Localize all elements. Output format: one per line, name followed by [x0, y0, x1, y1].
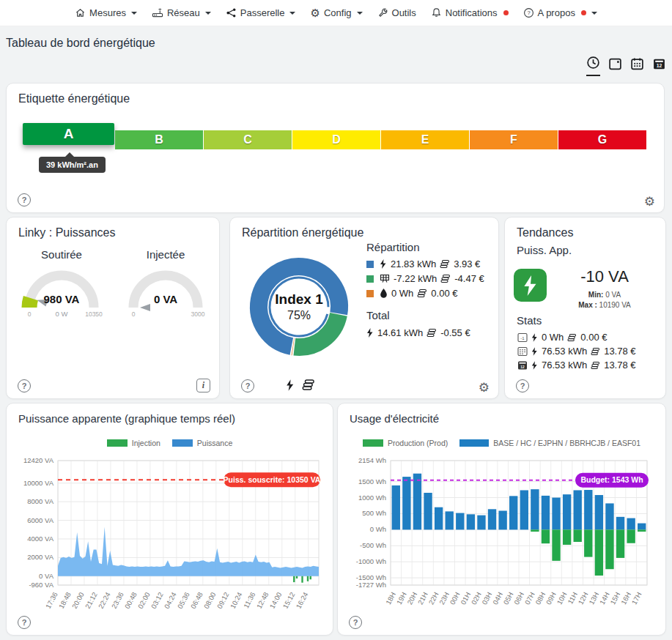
- legend-production[interactable]: Production (Prod): [363, 439, 448, 447]
- bolt-toggle-icon[interactable]: [286, 379, 295, 391]
- electricity-usage-chart[interactable]: 2154 Wh1500 Wh1000 Wh500 Wh0 Wh-500 Wh-1…: [339, 450, 665, 630]
- svg-text:0 VA: 0 VA: [39, 572, 54, 580]
- caret-icon: [131, 12, 137, 15]
- navbar: Mesures Réseau Passerelle ⚙ Config Outil…: [0, 0, 672, 26]
- energy-class-row: B C D E F G: [115, 130, 646, 149]
- info-button[interactable]: i: [196, 379, 210, 392]
- nav-notifications[interactable]: Notifications: [431, 7, 509, 18]
- chart-title: Puissance apparente (graphique temps rée…: [18, 412, 235, 425]
- svg-text:2154 Wh: 2154 Wh: [358, 456, 386, 464]
- svg-text:15:12: 15:12: [281, 591, 297, 610]
- month-calendar-icon: [630, 57, 644, 71]
- energy-class-g: G: [558, 130, 646, 149]
- tendances-title: Tendances: [517, 226, 573, 239]
- wrench-icon: [377, 7, 388, 18]
- legend-puissance[interactable]: Puissance: [172, 439, 232, 447]
- help-button[interactable]: ?: [18, 616, 31, 629]
- svg-text:12:48: 12:48: [255, 591, 270, 610]
- svg-text:21H: 21H: [416, 591, 429, 606]
- svg-text:08:00: 08:00: [202, 591, 218, 610]
- stat-row-yesterday: -1 0 Wh 0.00 €: [517, 332, 608, 343]
- nav-config[interactable]: ⚙ Config: [310, 7, 362, 18]
- help-button[interactable]: ?: [18, 193, 31, 206]
- svg-text:04H: 04H: [491, 591, 504, 606]
- svg-text:04:24: 04:24: [163, 591, 178, 610]
- svg-text:-1: -1: [520, 336, 525, 341]
- page-title: Tableau de bord énergétique: [6, 37, 155, 50]
- linky-card: Linky : Puissances Soutirée 980 VA0 W010…: [6, 217, 220, 399]
- legend-swatch: [107, 439, 128, 447]
- svg-text:2000 VA: 2000 VA: [27, 553, 53, 561]
- svg-text:1000 Wh: 1000 Wh: [358, 494, 386, 502]
- svg-text:10000 VA: 10000 VA: [23, 479, 54, 487]
- legend-item-elec[interactable]: 21.83 kWh 3.93 €: [366, 258, 484, 269]
- power-min: Min: 0 VA: [549, 291, 660, 299]
- coins-icon: [591, 361, 600, 370]
- svg-text:-1000 Wh: -1000 Wh: [356, 557, 386, 565]
- clock-icon: [586, 56, 600, 70]
- help-button[interactable]: ?: [241, 379, 254, 392]
- gauge-row: Soutirée 980 VA0 W010350 Injectée 0 VA03…: [10, 248, 218, 325]
- update-dot: [581, 10, 586, 15]
- svg-text:980 VA: 980 VA: [44, 293, 80, 305]
- svg-text:18:48: 18:48: [57, 591, 73, 610]
- gear-button[interactable]: ⚙: [479, 380, 490, 395]
- svg-text:-1727 Wh: -1727 Wh: [356, 581, 386, 589]
- router-icon: [152, 7, 163, 18]
- chart-legend: Injection Puissance: [7, 439, 333, 447]
- solar-panel-icon: [380, 274, 390, 283]
- stats-heading: Stats: [517, 314, 542, 327]
- power-value: -10 VA: [549, 267, 660, 286]
- gauge-injectee-dial: 0 VA03000: [114, 262, 217, 322]
- help-button[interactable]: ?: [516, 379, 529, 392]
- mode-month-button[interactable]: [630, 57, 644, 76]
- legend-swatch: [366, 275, 374, 283]
- svg-text:11H: 11H: [566, 591, 579, 606]
- legend-base[interactable]: BASE / HC / EJPHN / BBRHCJB / EASF01: [459, 439, 640, 447]
- mode-realtime-button[interactable]: [586, 56, 600, 76]
- energy-label-title: Etiquette énergétique: [18, 92, 130, 105]
- energy-class-b: B: [115, 130, 203, 149]
- help-button[interactable]: ?: [18, 379, 31, 392]
- bolt-icon: [523, 275, 539, 296]
- svg-text:17H: 17H: [630, 591, 643, 606]
- help-button[interactable]: ?: [349, 616, 362, 629]
- home-icon: [75, 7, 86, 18]
- stat-row-month: 76.53 kWh 13.78 €: [517, 346, 636, 357]
- legend-item-gaz[interactable]: 0 Wh 0.00 €: [366, 288, 484, 299]
- svg-text:09H: 09H: [544, 591, 558, 606]
- day-icon: [608, 57, 622, 71]
- nav-apropos[interactable]: ? A propos: [523, 7, 597, 18]
- svg-text:3000: 3000: [191, 310, 205, 318]
- energy-class-e: E: [381, 130, 469, 149]
- apparent-power-chart[interactable]: 17:3618:4820:0021:1222:2423:3600:4802:00…: [8, 450, 333, 630]
- svg-text:500 Wh: 500 Wh: [362, 509, 386, 517]
- coins-icon: [427, 328, 437, 338]
- svg-text:12: 12: [520, 365, 525, 368]
- svg-text:10H: 10H: [555, 591, 568, 606]
- svg-text:00H: 00H: [448, 591, 462, 606]
- nav-passerelle[interactable]: Passerelle: [226, 7, 296, 18]
- svg-text:01H: 01H: [459, 591, 472, 606]
- svg-text:?: ?: [527, 10, 530, 16]
- period-toolbar: 12: [586, 56, 666, 76]
- nav-mesures[interactable]: Mesures: [75, 7, 137, 18]
- svg-text:16:24: 16:24: [295, 591, 310, 610]
- svg-text:20H: 20H: [405, 591, 418, 606]
- repartition-donut[interactable]: [240, 248, 358, 365]
- mode-year-button[interactable]: 12: [652, 57, 666, 76]
- coins-toggle-icon[interactable]: [302, 379, 315, 391]
- svg-text:23:36: 23:36: [110, 591, 125, 610]
- svg-text:4000 VA: 4000 VA: [27, 535, 53, 543]
- svg-text:0: 0: [28, 310, 32, 318]
- gear-button[interactable]: ⚙: [644, 194, 655, 209]
- nav-outils[interactable]: Outils: [377, 7, 416, 18]
- svg-text:19H: 19H: [395, 591, 408, 606]
- legend-item-production[interactable]: -7.22 kWh -4.47 €: [366, 273, 484, 284]
- nav-reseau[interactable]: Réseau: [152, 7, 211, 18]
- caret-icon: [591, 12, 597, 15]
- mode-day-button[interactable]: [608, 57, 622, 76]
- legend-injection[interactable]: Injection: [107, 439, 160, 447]
- svg-text:12H: 12H: [577, 591, 590, 606]
- svg-text:17:36: 17:36: [44, 591, 59, 610]
